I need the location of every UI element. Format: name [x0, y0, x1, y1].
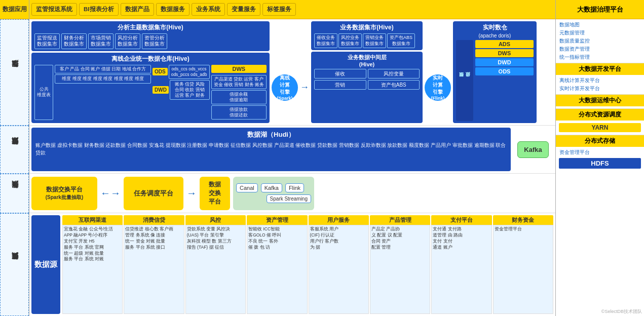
- rt-warehouse-title: 实时数仓: [456, 23, 534, 32]
- kafka-right-box: Kafka: [261, 183, 282, 192]
- source-credit-title: 消费信贷: [124, 215, 184, 225]
- label-source-data: 贴源数据: [0, 126, 29, 174]
- yarn-box: YARN: [559, 123, 641, 132]
- business-hive-title: 业务数据集市(Hive): [314, 23, 420, 32]
- analytics-hive-box: 分析主题数据集市(Hive) 监管报送数据集市 财务分析数据集市 市场营销数据集…: [31, 21, 270, 51]
- source-user: 用户服务 客服系统 用户(CIF) 行认证用户行 客户数为 据: [309, 215, 369, 314]
- offline-engine-sub: (Spark): [277, 96, 292, 101]
- source-internet-items: 宜逸花 金融 公众号/生活APP 融APP 号/小程序支付宝 开发 H5服务 平…: [62, 225, 123, 314]
- rc-storage-funds[interactable]: 资金管理平台: [559, 148, 641, 156]
- source-credit: 消费信贷 信贷推进 核心数 客户画管理 务系统 像 连接统一 资金 对账 批量服…: [124, 215, 184, 314]
- label-data-process: 数据加工: [0, 19, 29, 126]
- rc-dev-title: 大数据开发平台: [556, 63, 644, 75]
- full-layout: 数据应用 数据加工 贴源数据 数据接入 源头数据 监管报送系统 BI报表分析 数…: [0, 0, 644, 316]
- rc-dev-offline[interactable]: 离线计算开发平台: [559, 76, 641, 85]
- rc-storage-items: 资金管理平台 HDFS: [556, 147, 644, 307]
- source-product-items: 产品定 产品协义 配置 议 配置合同 资产配置 管理: [370, 225, 430, 314]
- biz-item-2: 营销业务数据集市: [363, 33, 386, 48]
- rc-ops-title: 大数据运维中心: [556, 95, 644, 106]
- right-col: 大数据治理平台 数据地图 元数据管理 数据质量监控 数据资产管理 统一指标管理 …: [555, 0, 644, 316]
- analytics-item-1: 财务分析数据集市: [61, 33, 87, 49]
- source-asset-title: 资产管理: [247, 215, 307, 225]
- source-asset: 资产管理 智能收 ICC智能客GOLO 催 呼叫不良 统一 客外催 拨 包 访: [247, 215, 307, 314]
- rc-gov-section: 数据地图 元数据管理 数据质量监控 数据资产管理 统一指标管理: [556, 19, 644, 63]
- rc-item-quality[interactable]: 数据质量监控: [559, 37, 641, 45]
- business-mid-box: 业务数据中间层(Hive) 催收 风控变量 营销 资产包ABS: [311, 52, 423, 123]
- source-risk: 风控 贷款系统 变量 风控决(UAS) 平台 策引擎灰科技 模型 数 第三方报告…: [185, 215, 246, 314]
- streaming-panel: Canal Kafka Flink Spark Streaming: [233, 177, 314, 210]
- nav-item-2[interactable]: 数据产品: [121, 3, 154, 16]
- data-lake-items: 账户数据 虚拟卡数据 财务数据 还款数据 合同数据 安逸花 提现数据 注册数据 …: [35, 141, 507, 156]
- label-origin-data: 源头数据: [0, 213, 29, 316]
- nav-item-6[interactable]: 标签服务: [262, 3, 296, 16]
- rc-item-datamap[interactable]: 数据地图: [559, 21, 641, 29]
- rc-dev-realtime[interactable]: 实时计算开发平台: [559, 85, 641, 93]
- watermark: ©SelectDB技术团队: [556, 307, 644, 316]
- biz-item-1: 风控业务数据集市: [338, 33, 362, 48]
- public-dim: 公共维度表: [34, 65, 53, 120]
- mid-item-3: 资产包ABS: [368, 80, 420, 90]
- realtime-engine-text: 实时计算引擎: [433, 74, 443, 96]
- enterprise-hive-title: 离线企业统一数据仓库(Hive): [34, 55, 267, 63]
- source-user-title: 用户服务: [309, 215, 369, 225]
- top-nav: 监管报送系统 BI报表分析 数据产品 数据服务 业务系统 变量服务 标签服务: [29, 0, 555, 19]
- mid-item-2: 营销: [314, 80, 366, 90]
- data-lake-title: 数据湖（Hudi）: [35, 130, 507, 139]
- row-source-data: 数据湖（Hudi） 账户数据 虚拟卡数据 财务数据 还款数据 合同数据 安逸花 …: [29, 126, 555, 174]
- rc-item-metadata[interactable]: 元数据管理: [559, 29, 641, 37]
- realtime-engine-sub: (Flink): [431, 96, 445, 101]
- source-finance-title: 财务资金: [493, 215, 553, 225]
- mid-item-1: 风控变量: [368, 69, 420, 78]
- kafka-main-box: Kafka: [517, 141, 548, 158]
- rt-warehouse-sub: (apache doris): [456, 33, 534, 38]
- analytics-item-4: 资管分析数据集市: [142, 33, 167, 49]
- app-label: 数据应用: [0, 0, 29, 19]
- mid-item-0: 催收: [314, 69, 366, 78]
- analytics-hive-title: 分析主题数据集市(Hive): [34, 23, 267, 32]
- arrow-right-1: →: [186, 187, 197, 199]
- arrow-1: →: [300, 52, 309, 123]
- loan-items1: 借据余额借据逾期: [211, 90, 267, 104]
- offline-engine-area: 离线计算引擎 (Spark): [272, 21, 298, 123]
- nav-item-4[interactable]: 业务系统: [192, 3, 225, 16]
- row-origin-data: 数据源 互联网渠道 宜逸花 金融 公众号/生活APP 融APP 号/小程序支付宝…: [29, 213, 555, 316]
- data-exchange-box: 数据交换平台 (Spark批量抽取): [31, 177, 97, 210]
- data-lake-box: 数据湖（Hudi） 账户数据 虚拟卡数据 财务数据 还款数据 合同数据 安逸花 …: [31, 128, 511, 171]
- rc-item-assets[interactable]: 数据资产管理: [559, 45, 641, 53]
- data-exchange-right-box: 数据交换平台: [200, 177, 230, 210]
- kafka-main-area: Kafka: [513, 128, 553, 171]
- realtime-engine: 实时计算引擎 (Flink): [425, 74, 451, 101]
- nav-item-3[interactable]: 数据服务: [156, 3, 190, 16]
- nav-item-5[interactable]: 变量服务: [227, 3, 260, 16]
- source-finance: 财务资金 资金管理平台: [493, 215, 553, 314]
- rt-dws: DWS: [475, 49, 534, 57]
- arrow-left-1: ←→: [100, 187, 121, 199]
- flink-box: Flink: [285, 183, 304, 192]
- source-product-title: 产品管理: [370, 215, 430, 225]
- rc-storage-section: 分布式存储 资金管理平台 HDFS: [556, 135, 644, 307]
- dim-row1: 客户 产品 合同 账户 借据 日期 地域 合作方: [55, 65, 151, 74]
- business-hive-box: 业务数据集市(Hive) 催收业务数据集市 风控业务数据集市 营销业务数据集市 …: [311, 21, 423, 50]
- offline-engine-text: 离线计算引擎: [280, 74, 290, 96]
- source-risk-title: 风控: [185, 215, 246, 225]
- source-payment-items: 支付通 支付路道管理 由 路由支付 支付通道 账户: [431, 225, 491, 314]
- rt-dwd: DWD: [475, 58, 534, 66]
- dws-items: 产品渠道 贷款 运营 客户资金 催收 营销 财务 账务: [211, 75, 267, 89]
- row-data-processing: 分析主题数据集市(Hive) 监管报送数据集市 财务分析数据集市 市场营销数据集…: [29, 19, 555, 126]
- realtime-engine-area: 实时计算引擎 (Flink): [425, 21, 451, 123]
- rc-ops-section: 大数据运维中心: [556, 95, 644, 109]
- rc-item-metrics[interactable]: 统一指标管理: [559, 53, 641, 61]
- row-data-input: 数据交换平台 (Spark批量抽取) ←→ 任务调度平台 → 数据交换平台 Ca…: [29, 174, 555, 213]
- ods-label: ODS: [153, 68, 168, 75]
- source-product: 产品管理 产品定 产品协义 配置 议 配置合同 资产配置 管理: [370, 215, 430, 314]
- nav-item-0[interactable]: 监管报送系统: [31, 3, 77, 16]
- source-internet-title: 互联网渠道: [62, 215, 123, 225]
- dwd-label: DWD: [153, 86, 169, 94]
- virtual-layer: 虚拟分层数据模型: [456, 40, 473, 121]
- nav-item-1[interactable]: BI报表分析: [79, 3, 119, 16]
- hdfs-box: HDFS: [559, 158, 641, 169]
- source-user-items: 客服系统 用户(CIF) 行认证用户行 客户数为 据: [309, 225, 369, 314]
- right-main-title: 大数据治理平台: [556, 0, 644, 19]
- dim-row2: 维度 维度 维度 维度 维度 维度 维度 维度: [55, 74, 151, 84]
- dwd-items: 账务 信贷 风险合同 收款 营销运营 客户 财务: [170, 80, 210, 100]
